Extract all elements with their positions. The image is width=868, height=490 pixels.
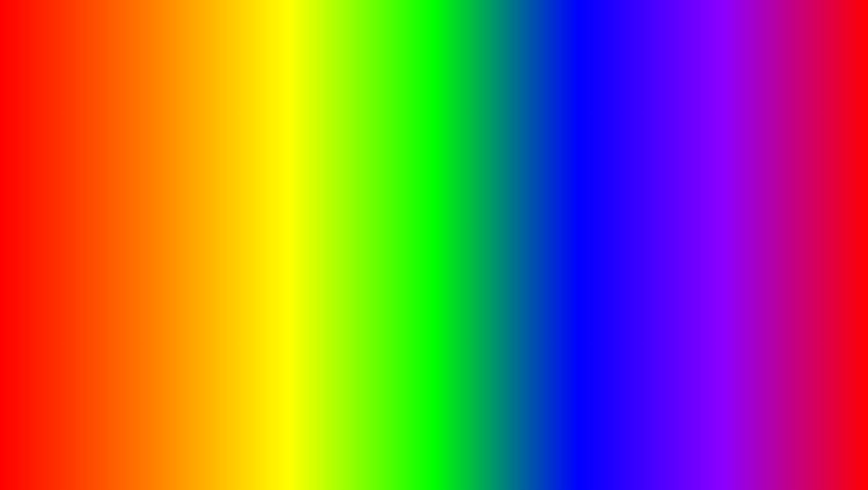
settings-column: Select Weapon Melee Set Attack Delay 0.1… (134, 164, 193, 310)
right-col1: [ Third Sea ] Auto Musketeer Hat Auto Ke… (617, 156, 715, 306)
auto-farm-fruit-mastery[interactable]: Auto Farm Fruit Mastery (86, 236, 132, 245)
distance-z-row: Distance Z (136, 263, 191, 268)
item-dark-dagger[interactable]: Auto Dark Dagger (619, 222, 713, 227)
item-death-step[interactable]: Auto Death Step (717, 168, 820, 173)
item-dragon-talon[interactable]: Auto Dragon Talon (717, 190, 820, 195)
redeem-codes-button[interactable]: Redeem x2 Codes (136, 200, 191, 209)
game-timer: 0:30:14 (394, 339, 474, 361)
fast-attack-check[interactable] (136, 228, 141, 233)
main-title-section: BLOX FRUITS (0, 9, 868, 92)
third-sea-header: [ Third Sea ] (619, 160, 713, 167)
script-pastebin-label: SCRIPT PASTEBIN (369, 432, 770, 483)
select-weapon-label: Select Weapon (136, 166, 191, 171)
stats-column (193, 164, 214, 310)
item-elite-hunter[interactable]: Auto Elite Hunter (619, 233, 713, 238)
distance-y-bar (136, 260, 191, 263)
mastery-col-header: Mastery (86, 230, 102, 235)
kill-progress-value: 25/100 (86, 271, 132, 275)
item-farm-bone[interactable]: Auto Farm Bone (619, 190, 713, 195)
item-god-human[interactable]: Auto God Human (717, 195, 820, 200)
auto-buy-sword[interactable]: Auto Buy Legendary Sword (136, 292, 191, 302)
bring-monster-checkbox[interactable]: Bring Monster (136, 222, 191, 227)
distance-z-value: 30/100 (179, 269, 191, 274)
kill-progress-fill (86, 267, 98, 269)
left-ui-panel: Shadow Hu 03.2 General Automatics Visual… (83, 139, 214, 310)
distance-x-value: 0/100 (181, 240, 191, 244)
item-holy-torch[interactable]: Auto Holy Torch (619, 184, 713, 189)
item-swan-glasses[interactable]: Auto Swan Glasses (717, 241, 820, 246)
main-column: Main Material Quest : CandyQuest | Level… (84, 156, 134, 306)
item-soul-guitar[interactable]: Auto Soul Guitar (619, 258, 713, 263)
item-ken-haki[interactable]: Auto Ken-Haki V2 (619, 174, 713, 178)
observation-section-header: [ Observation ] (86, 277, 132, 284)
kill-percent-label: Kill Percent for [ Mastery ] (86, 256, 132, 266)
auto-train-hop[interactable]: Auto Train Observation Hop (86, 296, 132, 306)
bring-monster-check[interactable] (136, 223, 141, 227)
item-dark-beard[interactable]: Auto Dark Beard (717, 252, 820, 257)
distance-z-bar (136, 275, 191, 277)
item-cavander[interactable]: Auto Cavander (619, 211, 713, 216)
item-hallow-scythe[interactable]: Auto Hallow Scythe (619, 206, 713, 211)
item-sharkman-karate[interactable]: Auto Sharkman Karate (717, 179, 820, 184)
item-cursed-dual-katana[interactable]: Auto Cursed Dual Katana (619, 253, 713, 258)
refresh-boss-button[interactable]: Refresh Boss (86, 210, 132, 218)
item-serpent-bow[interactable]: Auto Serpent Bow (619, 179, 713, 184)
best-top-label: BEST TOP (671, 115, 832, 151)
kill-progress-bar (86, 267, 132, 270)
item-fully-saber[interactable]: Auto Fully Saber (717, 215, 820, 220)
legendary-section-header: [ Legendary Sword/Haki ] (136, 279, 191, 291)
item-factory-farm[interactable]: Auto Factory Farm (717, 257, 820, 262)
auto-farm-checkbox[interactable]: Auto Farm (Level) (86, 175, 132, 180)
rnav-automatics[interactable]: Automatics (639, 150, 661, 155)
auto-farm-boss-button[interactable]: Auto Farm Boss (86, 220, 132, 228)
first-sea-header: [ First Sea ] (717, 202, 820, 209)
skill-col-header: Skill (111, 230, 119, 235)
settings-header: Settings (136, 157, 190, 162)
bottom-section: AUTO FARM SCRIPT PASTEBIN (0, 432, 868, 483)
item-tushita[interactable]: Auto Tushita (619, 217, 713, 222)
distance-x-bar (136, 245, 191, 248)
boss-section-header: [ Boss ] (86, 188, 132, 195)
game-title: BLOX FRUITS (204, 9, 664, 92)
right-col2: [ Fighting Styles ] Auto Death Step Auto… (715, 156, 822, 306)
fruits-logo: ✦ FRUITS (751, 454, 859, 486)
fighting-styles-header: [ Fighting Styles ] (717, 160, 820, 167)
auto-farm-gun-mastery[interactable]: Auto Farm Gun Mastery (86, 246, 132, 256)
stats-header: Stats (190, 157, 201, 162)
auto-buso-check[interactable] (136, 217, 141, 221)
auto-rejoin-check[interactable] (136, 211, 141, 215)
ken-range-label: Ken Range Lv. : 701 (86, 285, 132, 290)
item-farm-rengoku[interactable]: Auto Farm Rengoku (717, 246, 820, 251)
select-boss-label: Select Boss (86, 196, 132, 201)
auto-farm-label: AUTO FARM (98, 432, 364, 483)
auto-buso-checkbox[interactable]: Auto Active Buso (136, 216, 191, 221)
weapon-select[interactable]: Melee (136, 173, 191, 181)
col-main-header: Main (86, 158, 96, 163)
item-cake-prince[interactable]: Auto Cake Prince (619, 227, 713, 232)
right-ui-panel: Shadow Hu 03.2 General Automatics Visual… (616, 139, 823, 310)
fast-attack-checkbox[interactable]: Fast Attack (136, 228, 191, 233)
select-boss-field[interactable]: -- (86, 202, 132, 209)
second-sea-header: [ Second Sea ] (717, 222, 820, 229)
attack-delay-select[interactable]: 0.1 (136, 190, 191, 198)
item-electric-claw[interactable]: Auto Electric Claw (717, 184, 820, 189)
item-musketeer-hat[interactable]: Auto Musketeer Hat (619, 168, 713, 173)
distance-x-row: Distance X (136, 234, 191, 239)
item-pole[interactable]: Auto Pole (717, 210, 820, 215)
item-farm-ectoplasm[interactable]: Auto Farm Ectoplasm (717, 230, 820, 235)
auto-rejoin-checkbox[interactable]: Auto Rejoin when Kick (136, 210, 191, 215)
mob-aura-checkbox[interactable]: Mob Aura (86, 181, 132, 186)
col-material-header: Material (116, 158, 133, 163)
item-yama[interactable]: Auto Yama (619, 200, 713, 205)
item-bartilo-quest[interactable]: Auto Bartilo Quest (717, 236, 820, 241)
auto-buy-enhancement[interactable]: Auto Buy Enchancement (136, 303, 191, 307)
item-super-human[interactable]: Auto Super Human (717, 174, 820, 178)
auto-train-obs[interactable]: Auto Train Observation (86, 290, 132, 295)
special-section-header: [ Special ] (619, 245, 713, 252)
item-rainbow-haki[interactable]: Auto Rainbow Haki (619, 238, 713, 243)
auto-farm-check[interactable] (86, 176, 90, 180)
mob-aura-check[interactable] (86, 182, 90, 186)
mastery-label: MASTERY (54, 117, 211, 154)
rnav-general[interactable]: General (620, 150, 636, 155)
item-buddy-sword[interactable]: Auto Buddy Sword (619, 195, 713, 200)
